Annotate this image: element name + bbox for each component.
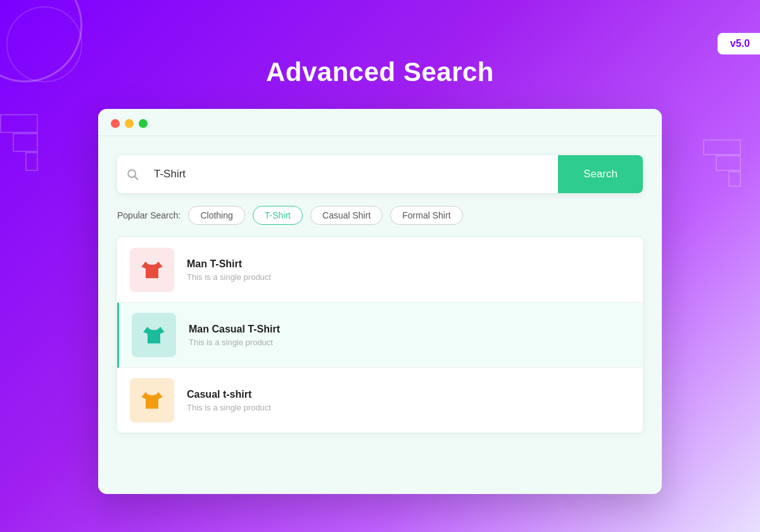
popular-tag-formal-shirt[interactable]: Formal Shirt (390, 206, 462, 225)
search-input[interactable] (148, 155, 558, 193)
popular-search-row: Popular Search: Clothing T-Shirt Casual … (117, 206, 643, 225)
popular-tag-casual-shirt[interactable]: Casual Shirt (310, 206, 383, 225)
browser-window: Search Popular Search: Clothing T-Shirt … (98, 109, 662, 494)
result-info-3: Casual t-shirt This is a single product (187, 389, 630, 412)
result-desc-3: This is a single product (187, 403, 630, 412)
result-info-2: Man Casual T-Shirt This is a single prod… (189, 324, 630, 347)
popular-tag-tshirt[interactable]: T-Shirt (253, 206, 303, 225)
search-bar: Search (117, 155, 643, 193)
result-item-3[interactable]: Casual t-shirt This is a single product (117, 368, 643, 433)
window-minimize-dot[interactable] (125, 119, 134, 128)
result-name-2: Man Casual T-Shirt (189, 324, 630, 335)
search-icon-wrapper (117, 168, 148, 180)
search-icon (126, 168, 139, 180)
result-item-1[interactable]: Man T-Shirt This is a single product (117, 238, 643, 303)
page-title: Advanced Search (0, 57, 760, 87)
browser-content: Search Popular Search: Clothing T-Shirt … (98, 136, 662, 452)
result-name-3: Casual t-shirt (187, 389, 630, 400)
popular-tag-clothing[interactable]: Clothing (188, 206, 244, 225)
tshirt-icon-1 (139, 257, 165, 282)
result-desc-1: This is a single product (187, 272, 630, 282)
result-item-2[interactable]: Man Casual T-Shirt This is a single prod… (117, 303, 643, 368)
tshirt-icon-2 (141, 322, 167, 348)
result-desc-2: This is a single product (189, 338, 630, 347)
result-name-1: Man T-Shirt (187, 258, 630, 270)
popular-search-label: Popular Search: (117, 210, 180, 220)
svg-line-1 (135, 177, 138, 180)
version-badge: v5.0 (718, 33, 760, 54)
window-close-dot[interactable] (111, 119, 120, 128)
result-thumbnail-1 (130, 248, 174, 292)
search-button[interactable]: Search (558, 155, 643, 193)
bg-decoration-steps-right (678, 139, 741, 190)
bg-decoration-steps-left (0, 114, 51, 190)
results-list: Man T-Shirt This is a single product Man… (117, 238, 643, 433)
browser-chrome (98, 109, 662, 136)
result-thumbnail-2 (132, 313, 176, 357)
tshirt-icon-3 (139, 388, 165, 413)
result-info-1: Man T-Shirt This is a single product (187, 258, 630, 282)
window-maximize-dot[interactable] (139, 119, 148, 128)
result-thumbnail-3 (130, 378, 174, 422)
